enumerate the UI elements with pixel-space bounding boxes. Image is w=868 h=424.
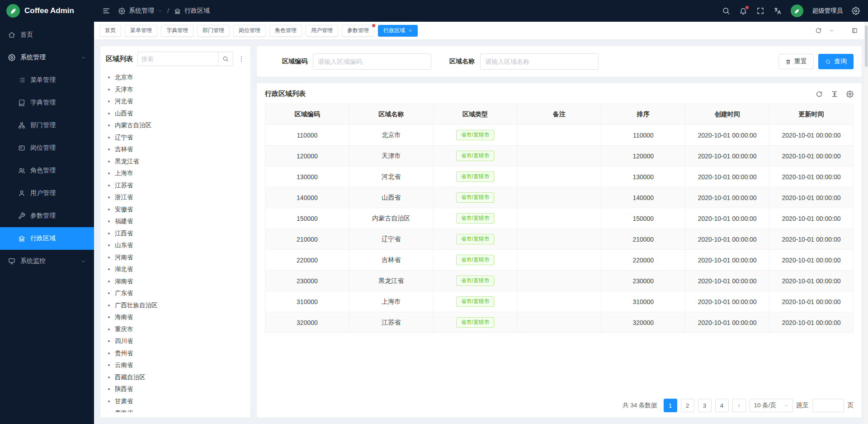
tab-7[interactable]: 参数管理 xyxy=(342,25,374,37)
tree-node-9[interactable]: 江苏省 xyxy=(106,180,245,192)
sidebar-item-2[interactable]: 系统监控 xyxy=(0,250,94,272)
tree-node-5[interactable]: 辽宁省 xyxy=(106,132,245,144)
reset-button[interactable]: 重置 xyxy=(778,54,814,69)
refresh-icon[interactable] xyxy=(815,27,822,34)
tree-node-10[interactable]: 浙江省 xyxy=(106,191,245,204)
sidebar-subitem-1-7[interactable]: 行政区域 xyxy=(0,227,94,250)
scrollbar-thumb[interactable] xyxy=(865,25,868,67)
sidebar-subitem-1-2[interactable]: 部门管理 xyxy=(0,114,94,137)
table-cell xyxy=(517,187,601,208)
tree-node-22[interactable]: 四川省 xyxy=(106,335,245,348)
tree-node-21[interactable]: 重庆市 xyxy=(106,324,245,336)
translate-icon[interactable] xyxy=(774,7,782,15)
tree-node-20[interactable]: 海南省 xyxy=(106,311,245,324)
tab-5[interactable]: 角色管理 xyxy=(269,25,302,37)
tab-close-icon[interactable] xyxy=(408,29,412,33)
tree-node-7[interactable]: 黑龙江省 xyxy=(106,156,245,168)
tree-node-11[interactable]: 安徽省 xyxy=(106,204,245,216)
tree-node-19[interactable]: 广西壮族自治区 xyxy=(106,300,245,312)
tree-node-8[interactable]: 上海市 xyxy=(106,167,245,180)
sidebar-subitem-1-5[interactable]: 用户管理 xyxy=(0,182,94,205)
table-row-2[interactable]: 130000河北省省市/直辖市1300002020-10-01 00:00:00… xyxy=(265,167,854,187)
sidebar-item-1[interactable]: 系统管理 xyxy=(0,46,94,69)
tree-node-13[interactable]: 江西省 xyxy=(106,228,245,240)
tab-4[interactable]: 岗位管理 xyxy=(233,25,266,37)
tree-node-2[interactable]: 河北省 xyxy=(106,95,245,108)
jump-page-input[interactable] xyxy=(812,399,844,412)
region-table-card: 行政区域列表 区域编码区域名称区域类型备注排序创建时间更新时间 110000北京… xyxy=(257,83,862,418)
page-button-2[interactable]: 2 xyxy=(681,399,694,412)
query-button[interactable]: 查询 xyxy=(818,54,854,69)
table-settings-icon[interactable] xyxy=(846,91,854,98)
more-options-icon[interactable] xyxy=(238,55,245,62)
sidebar-subitem-1-1[interactable]: 字典管理 xyxy=(0,91,94,114)
tree-node-15[interactable]: 河南省 xyxy=(106,252,245,264)
table-row-8[interactable]: 310000上海市省市/直辖市3100002020-10-01 00:00:00… xyxy=(265,291,854,312)
table-row-4[interactable]: 150000内蒙古自治区省市/直辖市1500002020-10-01 00:00… xyxy=(265,208,854,229)
app-logo[interactable]: Coffee Admin xyxy=(0,0,94,22)
tree-node-14[interactable]: 山东省 xyxy=(106,239,245,252)
tree-node-label: 上海市 xyxy=(115,169,133,177)
settings-gear-icon[interactable] xyxy=(852,7,860,15)
table-refresh-icon[interactable] xyxy=(816,91,823,98)
tree-node-0[interactable]: 北京市 xyxy=(106,71,245,84)
sidebar-subitem-label: 字典管理 xyxy=(30,99,56,107)
chevron-down-icon[interactable] xyxy=(829,28,834,33)
tree-node-26[interactable]: 陕西省 xyxy=(106,383,245,395)
table-row-9[interactable]: 320000江苏省省市/直辖市3200002020-10-01 00:00:00… xyxy=(265,312,854,333)
tab-1[interactable]: 菜单管理 xyxy=(125,25,157,37)
tab-6[interactable]: 用户管理 xyxy=(306,25,338,37)
sidebar-subitem-1-3[interactable]: 岗位管理 xyxy=(0,137,94,159)
breadcrumb-section[interactable]: 系统管理 xyxy=(129,7,154,15)
fullscreen-icon[interactable] xyxy=(756,7,764,15)
panel-layout-icon[interactable] xyxy=(851,27,858,34)
table-row-3[interactable]: 140000山西省省市/直辖市1400002020-10-01 00:00:00… xyxy=(265,187,854,208)
sidebar-collapse-icon[interactable] xyxy=(102,7,110,15)
user-name[interactable]: 超级管理员 xyxy=(812,7,843,15)
page-button-3[interactable]: 3 xyxy=(698,399,712,412)
page-size-select[interactable]: 10 条/页 xyxy=(750,399,793,412)
tab-0[interactable]: 首页 xyxy=(99,25,121,37)
tree-node-17[interactable]: 湖南省 xyxy=(106,276,245,288)
tree-search-input[interactable] xyxy=(137,52,218,66)
search-icon[interactable] xyxy=(722,7,730,15)
column-height-icon[interactable] xyxy=(831,91,838,98)
next-page-button[interactable] xyxy=(732,399,746,412)
page-button-1[interactable]: 1 xyxy=(664,399,677,412)
region-name-input[interactable] xyxy=(480,53,599,70)
tree-node-1[interactable]: 天津市 xyxy=(106,84,245,96)
caret-right-icon xyxy=(107,75,111,80)
region-code-input[interactable] xyxy=(313,53,431,70)
tree-node-25[interactable]: 西藏自治区 xyxy=(106,372,245,384)
sidebar-item-0[interactable]: 首页 xyxy=(0,24,94,46)
sidebar-subitem-1-0[interactable]: 菜单管理 xyxy=(0,69,94,91)
tree-search-button[interactable] xyxy=(218,52,233,66)
page-button-4[interactable]: 4 xyxy=(715,399,729,412)
tree-node-6[interactable]: 吉林省 xyxy=(106,143,245,156)
tab-8[interactable]: 行政区域 xyxy=(378,25,418,37)
department-icon xyxy=(18,122,25,129)
avatar[interactable] xyxy=(791,5,803,17)
tree-node-4[interactable]: 内蒙古自治区 xyxy=(106,119,245,132)
sidebar-subitem-1-4[interactable]: 角色管理 xyxy=(0,159,94,182)
notification-bell[interactable] xyxy=(739,7,747,15)
table-row-7[interactable]: 230000黑龙江省省市/直辖市2300002020-10-01 00:00:0… xyxy=(265,271,854,291)
tree-node-12[interactable]: 福建省 xyxy=(106,215,245,228)
tab-3[interactable]: 部门管理 xyxy=(197,25,230,37)
table-row-6[interactable]: 220000吉林省省市/直辖市2200002020-10-01 00:00:00… xyxy=(265,250,854,271)
table-row-0[interactable]: 110000北京市省市/直辖市1100002020-10-01 00:00:00… xyxy=(265,125,854,146)
table-cell: 2020-10-01 00:00:00 xyxy=(769,146,854,167)
tree-node-28[interactable]: 青海省 xyxy=(106,407,245,412)
sidebar-subitem-1-6[interactable]: 参数管理 xyxy=(0,205,94,227)
caret-right-icon xyxy=(107,351,111,356)
table-row-5[interactable]: 210000辽宁省省市/直辖市2100002020-10-01 00:00:00… xyxy=(265,229,854,250)
tree-node-16[interactable]: 湖北省 xyxy=(106,263,245,276)
table-row-1[interactable]: 120000天津市省市/直辖市1200002020-10-01 00:00:00… xyxy=(265,146,854,167)
vertical-scrollbar[interactable] xyxy=(864,22,868,424)
tree-node-23[interactable]: 贵州省 xyxy=(106,348,245,360)
tree-node-18[interactable]: 广东省 xyxy=(106,287,245,300)
tree-node-27[interactable]: 甘肃省 xyxy=(106,395,245,408)
tab-2[interactable]: 字典管理 xyxy=(161,25,193,37)
tree-node-24[interactable]: 云南省 xyxy=(106,359,245,372)
tree-node-3[interactable]: 山西省 xyxy=(106,108,245,120)
